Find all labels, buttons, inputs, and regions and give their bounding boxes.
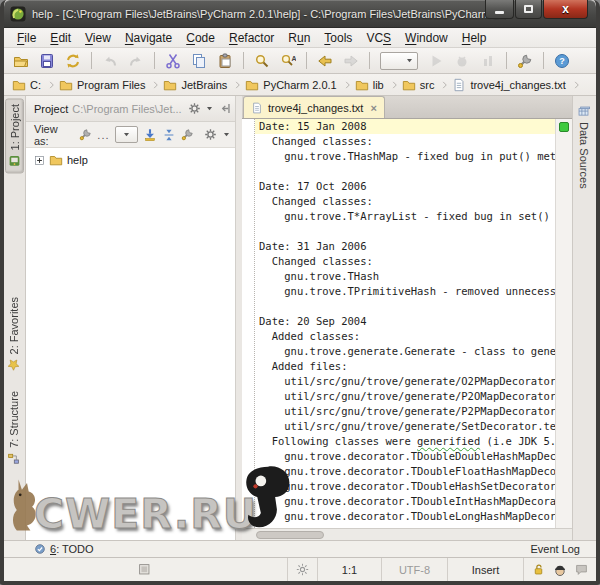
breadcrumb-item[interactable]: JetBrains (163, 78, 245, 92)
code-area[interactable]: Date: 15 Jan 2008 Changed classes: gnu.t… (255, 119, 555, 528)
status-message-area (4, 558, 287, 581)
maximize-button[interactable] (515, 0, 542, 19)
file-icon (251, 102, 263, 114)
caret-position[interactable]: 1:1 (317, 558, 381, 581)
scrollbar-thumb[interactable] (256, 531, 324, 539)
view-as-select[interactable] (115, 126, 138, 143)
breadcrumb-label: trove4j_changes.txt (470, 79, 565, 91)
close-icon: x (562, 2, 569, 16)
paste-button[interactable] (214, 50, 236, 72)
collapse-all-icon[interactable] (162, 128, 176, 142)
tab-close-icon[interactable]: × (370, 102, 376, 114)
code-line: util/src/gnu/trove/generate/O2PMapDecora… (259, 374, 555, 389)
breadcrumb-label: JetBrains (181, 79, 227, 91)
menu-item-vcs[interactable]: VCS (359, 30, 398, 46)
breadcrumb-item[interactable]: Program Files (59, 78, 163, 92)
stripe-tab-data-sources[interactable]: Data Sources (575, 100, 592, 194)
wrench-icon[interactable] (181, 128, 194, 141)
stripe-tab--structure[interactable]: 7: Structure (5, 386, 22, 470)
tree-node-label: help (67, 154, 88, 166)
menu-item-view[interactable]: View (78, 30, 118, 46)
cut-button[interactable] (162, 50, 184, 72)
file-encoding[interactable]: UTF-8 (381, 558, 447, 581)
insert-mode[interactable]: Insert (447, 558, 523, 581)
code-line (259, 224, 555, 239)
chevron-right-icon (390, 78, 400, 92)
gear-icon[interactable] (188, 102, 201, 115)
back-button[interactable] (314, 50, 336, 72)
replace-button[interactable]: A (277, 50, 299, 72)
editor-body: Date: 15 Jan 2008 Changed classes: gnu.t… (242, 119, 572, 528)
close-button[interactable]: x (543, 0, 588, 19)
menu-item-edit[interactable]: Edit (43, 30, 78, 46)
menu-item-refactor[interactable]: Refactor (222, 30, 281, 46)
help-icon: ? (554, 53, 570, 69)
chevron-down-icon[interactable] (205, 104, 214, 113)
code-line: Date: 20 Sep 2004 (259, 314, 555, 329)
more-options-label[interactable]: ... (97, 129, 109, 141)
horizontal-scrollbar[interactable] (242, 528, 572, 540)
open-file-button[interactable] (10, 50, 32, 72)
menu-item-run[interactable]: Run (281, 30, 317, 46)
help-button[interactable]: ? (551, 50, 573, 72)
minimize-button[interactable] (485, 0, 514, 19)
breadcrumb-item[interactable]: src (402, 78, 453, 92)
menu-item-tools[interactable]: Tools (317, 30, 359, 46)
event-log-tab[interactable]: Event Log (530, 543, 580, 555)
code-line (259, 299, 555, 314)
project-panel-title: Project (34, 103, 68, 115)
menu-item-window[interactable]: Window (398, 30, 455, 46)
project-icon (8, 154, 21, 167)
settings-icon (517, 53, 533, 69)
structure-icon (7, 452, 20, 465)
run-configuration-select[interactable] (380, 52, 418, 70)
inspection-status-indicator[interactable] (559, 122, 569, 132)
hide-panel-icon[interactable] (218, 102, 231, 115)
folder-icon (12, 78, 26, 92)
status-icons (523, 558, 596, 581)
menu-item-help[interactable]: Help (455, 30, 494, 46)
breadcrumb-item[interactable]: lib (355, 78, 402, 92)
menu-item-navigate[interactable]: Navigate (118, 30, 179, 46)
menu-item-code[interactable]: Code (179, 30, 222, 46)
code-line: gnu.trove.generate.Generate - class to g… (259, 344, 555, 359)
lock-icon[interactable] (532, 563, 545, 576)
debug-icon (454, 53, 470, 69)
feedback-bubble-icon[interactable] (575, 563, 588, 576)
stripe-tab--project[interactable]: 1: Project (5, 98, 24, 173)
menu-item-file[interactable]: File (10, 30, 43, 46)
replace-icon: A (280, 53, 296, 69)
code-line: Changed classes: (259, 134, 555, 149)
wrench-icon[interactable] (79, 128, 92, 141)
settings-button[interactable] (514, 50, 536, 72)
editor-tab-label: trove4j_changes.txt (268, 102, 363, 114)
copy-button[interactable] (188, 50, 210, 72)
svg-text:A: A (292, 55, 297, 62)
inspections-profile-icon[interactable] (553, 563, 567, 577)
code-line: gnu.trove.TPrimitiveHash - removed unnec… (259, 284, 555, 299)
editor-tab[interactable]: trove4j_changes.txt × (243, 96, 385, 118)
menu-bar: FileEditViewNavigateCodeRefactorRunTools… (4, 28, 596, 48)
chevron-right-icon (233, 78, 243, 92)
inspection-stripe[interactable] (555, 119, 572, 528)
background-tasks-cell[interactable] (287, 558, 317, 581)
todo-tab[interactable]: 6: TODO (34, 543, 94, 555)
save-all-button[interactable] (36, 50, 58, 72)
synchronize-button[interactable] (62, 50, 84, 72)
breadcrumb-item[interactable]: C: (12, 78, 59, 92)
status-bar: 1:1 UTF-8 Insert (4, 557, 596, 581)
stripe-tab--favorites[interactable]: 2: Favorites (5, 292, 22, 376)
breadcrumb-item[interactable]: PyCharm 2.0.1 (245, 78, 354, 92)
find-button[interactable] (251, 50, 273, 72)
code-line: gnu.trove.decorator.TDoubleIntHashMapDec… (259, 494, 555, 509)
chevron-down-icon (222, 130, 231, 139)
code-line: gnu.trove.decorator.TDoubleLongHashMapDe… (259, 509, 555, 524)
cut-icon (165, 53, 181, 69)
expand-icon[interactable] (34, 155, 45, 166)
tree-node-help[interactable]: help (34, 153, 235, 167)
scroll-to-source-icon[interactable] (143, 128, 157, 142)
gear-icon[interactable] (204, 128, 217, 141)
open-file-icon (13, 53, 29, 69)
tool-window-toggle-icon[interactable] (138, 563, 151, 576)
breadcrumb-item[interactable]: trove4j_changes.txt (452, 78, 583, 92)
